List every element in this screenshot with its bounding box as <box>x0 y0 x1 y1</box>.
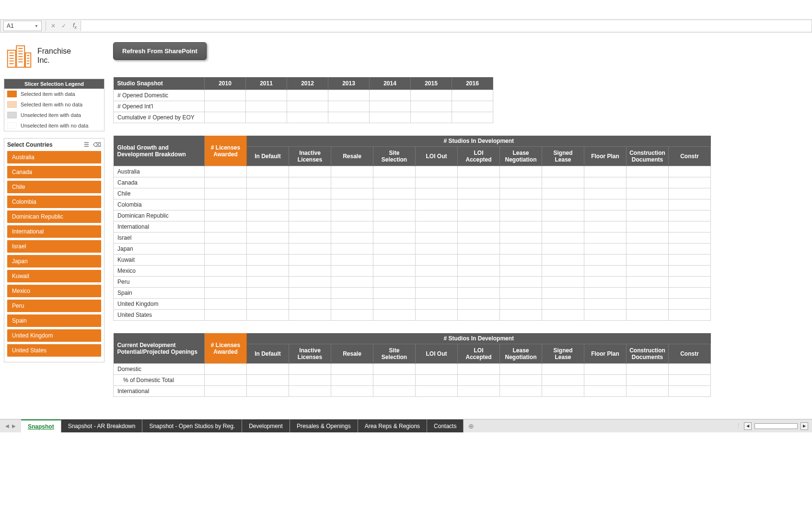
potential-cell[interactable] <box>669 364 711 375</box>
dev-cell[interactable] <box>331 199 373 210</box>
tab-snapshot[interactable]: Snapshot <box>21 419 61 432</box>
dev-cell[interactable] <box>542 277 584 288</box>
dev-cell[interactable] <box>458 188 500 199</box>
dev-cell[interactable] <box>247 188 289 199</box>
slicer-item[interactable]: Canada <box>7 166 101 178</box>
dev-cell[interactable] <box>205 277 247 288</box>
dev-cell[interactable] <box>205 188 247 199</box>
sheet-tab[interactable]: Snapshot - Open Studios by Reg. <box>142 419 242 432</box>
potential-cell[interactable] <box>542 375 584 386</box>
dev-cell[interactable] <box>247 166 289 177</box>
dev-cell[interactable] <box>584 166 626 177</box>
potential-cell[interactable] <box>289 375 331 386</box>
dev-cell[interactable] <box>542 232 584 244</box>
dev-cell[interactable] <box>373 255 416 266</box>
sheet-tab[interactable]: Area Reps & Regions <box>358 419 427 432</box>
dev-cell[interactable] <box>669 232 711 244</box>
scroll-track[interactable] <box>754 423 798 429</box>
dev-cell[interactable] <box>500 310 542 321</box>
dev-cell[interactable] <box>205 199 247 210</box>
dev-cell[interactable] <box>500 255 542 266</box>
potential-cell[interactable] <box>205 375 247 386</box>
name-box-dropdown-icon[interactable]: ▼ <box>35 24 38 28</box>
potential-cell[interactable] <box>458 386 500 397</box>
dev-cell[interactable] <box>331 188 373 199</box>
dev-cell[interactable] <box>669 244 711 255</box>
dev-cell[interactable] <box>205 221 247 232</box>
dev-cell[interactable] <box>626 166 669 177</box>
snapshot-cell[interactable] <box>328 112 370 123</box>
dev-cell[interactable] <box>416 210 458 221</box>
dev-cell[interactable] <box>205 310 247 321</box>
cancel-formula-icon[interactable]: ✕ <box>48 23 58 29</box>
dev-cell[interactable] <box>584 210 626 221</box>
name-box[interactable]: A1 ▼ <box>3 21 42 31</box>
snapshot-cell[interactable] <box>452 101 493 112</box>
snapshot-cell[interactable] <box>328 90 370 101</box>
dev-cell[interactable] <box>373 266 416 277</box>
slicer-item[interactable]: Japan <box>7 255 101 267</box>
dev-cell[interactable] <box>247 232 289 244</box>
dev-cell[interactable] <box>626 277 669 288</box>
dev-cell[interactable] <box>373 244 416 255</box>
dev-cell[interactable] <box>458 210 500 221</box>
dev-cell[interactable] <box>626 244 669 255</box>
dev-cell[interactable] <box>626 288 669 299</box>
dev-cell[interactable] <box>458 232 500 244</box>
snapshot-cell[interactable] <box>287 112 328 123</box>
dev-cell[interactable] <box>331 266 373 277</box>
slicer-item[interactable]: United Kingdom <box>7 329 101 342</box>
dev-cell[interactable] <box>289 310 331 321</box>
dev-cell[interactable] <box>542 299 584 310</box>
dev-cell[interactable] <box>373 310 416 321</box>
scroll-right-icon[interactable]: ▶ <box>800 422 808 430</box>
dev-cell[interactable] <box>416 255 458 266</box>
dev-cell[interactable] <box>584 277 626 288</box>
dev-cell[interactable] <box>416 244 458 255</box>
dev-cell[interactable] <box>500 188 542 199</box>
dev-cell[interactable] <box>416 177 458 188</box>
dev-cell[interactable] <box>205 266 247 277</box>
dev-cell[interactable] <box>289 177 331 188</box>
dev-cell[interactable] <box>584 199 626 210</box>
dev-cell[interactable] <box>584 255 626 266</box>
potential-cell[interactable] <box>500 375 542 386</box>
dev-cell[interactable] <box>205 166 247 177</box>
potential-cell[interactable] <box>542 386 584 397</box>
dev-cell[interactable] <box>500 299 542 310</box>
dev-cell[interactable] <box>669 177 711 188</box>
dev-cell[interactable] <box>247 255 289 266</box>
dev-cell[interactable] <box>669 199 711 210</box>
dev-cell[interactable] <box>458 221 500 232</box>
dev-cell[interactable] <box>669 221 711 232</box>
snapshot-cell[interactable] <box>328 101 370 112</box>
dev-cell[interactable] <box>416 232 458 244</box>
dev-cell[interactable] <box>542 177 584 188</box>
dev-cell[interactable] <box>416 266 458 277</box>
dev-cell[interactable] <box>289 188 331 199</box>
dev-cell[interactable] <box>205 210 247 221</box>
potential-cell[interactable] <box>500 386 542 397</box>
fx-icon[interactable]: fx <box>69 22 81 30</box>
dev-cell[interactable] <box>669 255 711 266</box>
dev-cell[interactable] <box>289 199 331 210</box>
dev-cell[interactable] <box>416 188 458 199</box>
dev-cell[interactable] <box>458 255 500 266</box>
slicer-item[interactable]: Dominican Republic <box>7 210 101 223</box>
dev-cell[interactable] <box>247 244 289 255</box>
dev-cell[interactable] <box>584 299 626 310</box>
dev-cell[interactable] <box>669 166 711 177</box>
snapshot-cell[interactable] <box>411 112 452 123</box>
dev-cell[interactable] <box>669 188 711 199</box>
potential-cell[interactable] <box>416 386 458 397</box>
dev-cell[interactable] <box>416 221 458 232</box>
snapshot-cell[interactable] <box>370 101 411 112</box>
dev-cell[interactable] <box>584 232 626 244</box>
dev-cell[interactable] <box>373 288 416 299</box>
potential-cell[interactable] <box>289 364 331 375</box>
dev-cell[interactable] <box>542 210 584 221</box>
dev-cell[interactable] <box>205 177 247 188</box>
dev-cell[interactable] <box>373 277 416 288</box>
dev-cell[interactable] <box>626 177 669 188</box>
potential-cell[interactable] <box>500 364 542 375</box>
